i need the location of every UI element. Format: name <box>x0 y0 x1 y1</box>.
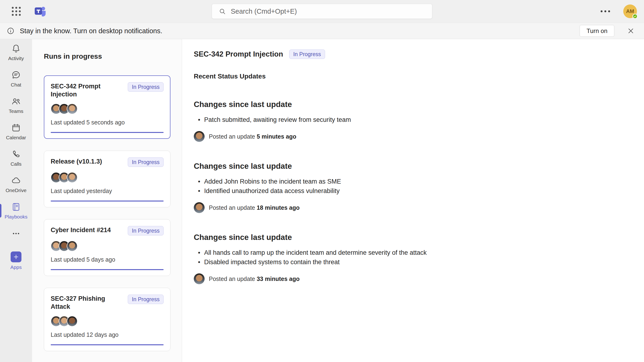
last-updated-text: Last updated yesterday <box>51 188 164 194</box>
rail-item-label: Chat <box>11 82 21 88</box>
update-bullets: All hands call to ramp up the incident t… <box>194 248 625 267</box>
poster-avatar <box>194 131 204 142</box>
run-detail: SEC-342 Prompt Injection In Progress Rec… <box>182 39 644 362</box>
last-updated-text: Last updated 5 days ago <box>51 256 164 263</box>
progress-bar <box>51 200 164 202</box>
people-icon <box>11 96 21 106</box>
poster-avatar <box>194 202 204 213</box>
rail-item-onedrive[interactable]: OneDrive <box>0 171 32 198</box>
run-title: Cyber Incident #214 <box>51 226 111 234</box>
runs-panel-title: Runs in progress <box>44 52 170 60</box>
member-avatar <box>67 172 78 183</box>
rail-item-label: Activity <box>8 56 24 61</box>
status-badge: In Progress <box>128 226 164 236</box>
update-heading: Changes since last update <box>194 233 625 242</box>
posted-time: 5 minutes ago <box>257 133 296 140</box>
rail-item-apps[interactable]: Apps <box>0 248 32 274</box>
posted-label: Posted an update <box>209 204 255 211</box>
update-heading: Changes since last update <box>194 162 625 171</box>
phone-icon <box>11 149 21 159</box>
run-title: SEC-327 Phishing Attack <box>51 294 125 310</box>
run-title: SEC-342 Prompt Injection <box>51 82 125 98</box>
run-card[interactable]: Cyber Incident #214 In Progress Last upd… <box>44 219 170 276</box>
posted-row: Posted an update 5 minutes ago <box>194 131 625 142</box>
posted-label: Posted an update <box>209 133 255 140</box>
app-rail: Activity Chat Teams Calendar <box>0 39 32 362</box>
status-badge: In Progress <box>128 82 164 92</box>
rail-item-label: Playbooks <box>5 214 28 220</box>
update-bullet: All hands call to ramp up the incident t… <box>194 248 625 257</box>
search-input[interactable] <box>231 8 426 15</box>
rail-item-calendar[interactable]: Calendar <box>0 118 32 145</box>
update-heading: Changes since last update <box>194 100 625 109</box>
section-title: Recent Status Updates <box>194 72 625 80</box>
turn-on-button[interactable]: Turn on <box>580 25 614 37</box>
run-card[interactable]: SEC-342 Prompt Injection In Progress Las… <box>44 76 170 139</box>
rail-item-label: Calls <box>10 161 22 167</box>
posted-label: Posted an update <box>209 276 255 282</box>
posted-time: 33 minutes ago <box>257 276 300 282</box>
banner-message: Stay in the know. Turn on desktop notifi… <box>20 27 162 35</box>
member-avatars <box>51 172 164 183</box>
app-launcher-icon[interactable] <box>11 6 22 17</box>
member-avatars <box>51 104 164 114</box>
plus-icon <box>10 252 22 262</box>
member-avatar <box>67 104 78 114</box>
progress-bar <box>51 132 164 133</box>
rail-item-playbooks[interactable]: Playbooks <box>0 198 32 224</box>
calendar-icon <box>11 123 21 133</box>
member-avatar <box>67 316 78 327</box>
info-icon <box>6 27 14 35</box>
poster-avatar <box>194 274 204 284</box>
status-update: Changes since last update Patch submitte… <box>194 100 625 142</box>
status-update: Changes since last update All hands call… <box>194 233 625 284</box>
update-bullet: Disabled impacted systems to contain the… <box>194 257 625 267</box>
close-icon <box>627 27 634 35</box>
progress-bar <box>51 269 164 270</box>
rail-item-teams[interactable]: Teams <box>0 92 32 118</box>
status-badge: In Progress <box>128 158 164 167</box>
posted-row: Posted an update 33 minutes ago <box>194 274 625 284</box>
top-bar: AM <box>0 0 644 22</box>
status-update: Changes since last update Added John Rob… <box>194 162 625 213</box>
chat-icon <box>11 70 21 80</box>
rail-item-label: Apps <box>10 264 22 270</box>
run-card[interactable]: SEC-327 Phishing Attack In Progress Last… <box>44 288 170 351</box>
member-avatars <box>51 241 164 252</box>
notebook-icon <box>11 202 21 212</box>
progress-bar <box>51 344 164 345</box>
run-card[interactable]: Release (v10.1.3) In Progress Last updat… <box>44 150 170 208</box>
rail-item-chat[interactable]: Chat <box>0 66 32 92</box>
profile-avatar[interactable]: AM <box>623 4 637 18</box>
update-bullets: Added John Robins to the incident team a… <box>194 177 625 196</box>
rail-item-label: Calendar <box>6 135 26 140</box>
posted-row: Posted an update 18 minutes ago <box>194 202 625 213</box>
profile-initials: AM <box>626 8 634 14</box>
member-avatar <box>67 241 78 252</box>
search-bar[interactable] <box>212 4 432 19</box>
run-title: Release (v10.1.3) <box>51 158 102 166</box>
rail-item-activity[interactable]: Activity <box>0 39 32 66</box>
update-bullet: Identified unauthorized data access vuln… <box>194 186 625 196</box>
runs-panel: Runs in progress SEC-342 Prompt Injectio… <box>32 39 182 362</box>
update-bullets: Patch submitted, awaiting review from se… <box>194 115 625 124</box>
search-icon <box>218 8 226 15</box>
cloud-icon <box>11 176 21 186</box>
bell-icon <box>11 44 21 54</box>
teams-logo-icon <box>34 4 47 18</box>
rail-item-label: Teams <box>9 108 23 114</box>
close-banner-button[interactable] <box>626 26 636 36</box>
notification-banner: Stay in the know. Turn on desktop notifi… <box>0 22 644 39</box>
more-icon <box>11 228 21 238</box>
rail-item-more[interactable] <box>0 224 32 243</box>
update-bullet: Added John Robins to the incident team a… <box>194 177 625 186</box>
last-updated-text: Last updated 12 days ago <box>51 331 164 338</box>
more-options-icon[interactable] <box>598 8 612 14</box>
selected-indicator <box>0 204 2 218</box>
member-avatars <box>51 316 164 327</box>
rail-item-label: OneDrive <box>6 188 27 193</box>
run-detail-title: SEC-342 Prompt Injection <box>194 50 283 58</box>
rail-item-calls[interactable]: Calls <box>0 145 32 171</box>
status-badge: In Progress <box>128 294 164 304</box>
update-bullet: Patch submitted, awaiting review from se… <box>194 115 625 124</box>
